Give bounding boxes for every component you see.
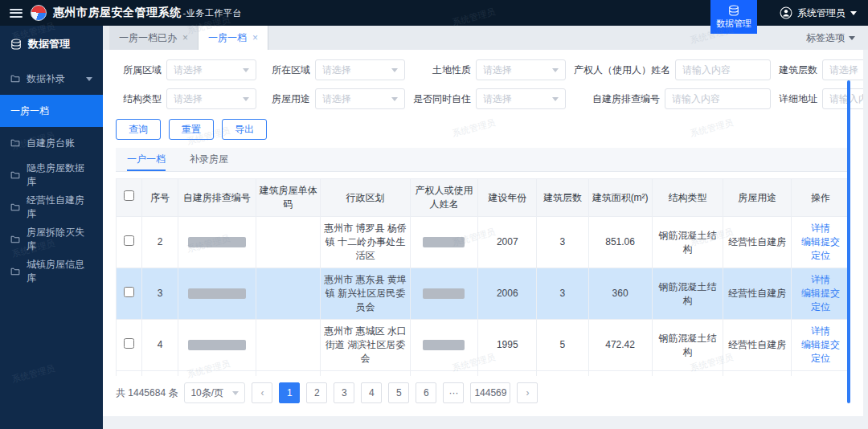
region-owner-select[interactable]: 请选择 <box>166 59 256 80</box>
sidebar-item-demolition-loss-db[interactable]: 房屋拆除灭失库 <box>0 223 103 255</box>
sidebar-item-urban-housing-info-db[interactable]: 城镇房屋信息库 <box>0 255 103 288</box>
row-checkbox[interactable] <box>124 287 134 297</box>
sidebar-item-label: 一房一档 <box>10 104 49 118</box>
redacted-value <box>423 340 465 350</box>
row-checkbox[interactable] <box>124 338 134 349</box>
folder-icon <box>10 267 20 276</box>
cell-seq: 4 <box>142 320 178 371</box>
close-icon[interactable]: × <box>252 32 258 43</box>
subtab-one-household-one-file[interactable]: 一户一档 <box>127 148 166 171</box>
chevron-down-icon <box>849 36 855 40</box>
subtab-supplemented-houses[interactable]: 补录房屋 <box>190 148 228 171</box>
page-button-5[interactable]: 5 <box>388 382 409 403</box>
detail-link[interactable]: 详情 <box>811 274 830 285</box>
sidebar-header-data-management[interactable]: 数据管理 <box>0 26 103 63</box>
topnav-data-management[interactable]: 数据管理 <box>710 0 757 34</box>
detail-address-input[interactable] <box>829 93 863 104</box>
folder-icon <box>10 74 20 84</box>
table-row-highlighted: 3 惠州市 惠东县 黄埠镇 新兴社区居民委员会 2006 3 360 钢筋混凝土… <box>117 268 850 320</box>
cell-usage: 经营性自建房 <box>723 217 792 268</box>
table-row: 4 惠州市 惠城区 水口街道 湖滨社区居委会 1995 5 472.42 钢筋混… <box>117 320 850 371</box>
detail-link[interactable]: 详情 <box>811 223 830 234</box>
prev-page-button[interactable]: ‹ <box>252 382 272 403</box>
locate-link[interactable]: 定位 <box>811 250 830 261</box>
tab-one-house-one-file[interactable]: 一房一档 × <box>199 26 268 50</box>
query-button[interactable]: 查询 <box>116 119 161 140</box>
land-nature-select[interactable]: 请选择 <box>476 59 566 80</box>
owner-name-input[interactable] <box>682 64 764 76</box>
cell-year: 1995 <box>478 320 537 371</box>
hamburger-icon[interactable] <box>10 9 23 18</box>
row-checkbox[interactable] <box>124 235 134 246</box>
sidebar-item-hazard-housing-db[interactable]: 隐患房屋数据库 <box>0 159 103 191</box>
select-all-checkbox[interactable] <box>124 190 134 201</box>
edit-submit-link[interactable]: 编辑提交 <box>801 236 840 247</box>
col-owner-name: 产权人或使用人姓名 <box>410 179 478 217</box>
user-name: 系统管理员 <box>797 6 845 20</box>
filter-label: 建筑层数 <box>779 63 817 77</box>
vertical-scrollbar[interactable] <box>847 80 850 403</box>
house-usage-select[interactable]: 请选择 <box>315 88 405 109</box>
page-button-3[interactable]: 3 <box>334 382 354 403</box>
user-icon <box>780 6 792 19</box>
select-placeholder: 请选择 <box>483 63 512 77</box>
sidebar-item-data-supplement[interactable]: 数据补录 <box>0 63 103 95</box>
filter-row-1: 所属区域 请选择 所在区域 请选择 土地性质 请选择 产权人（使用人）姓名 建筑… <box>116 59 850 80</box>
topnav-label: 数据管理 <box>716 18 751 30</box>
sidebar-item-label: 隐患房屋数据库 <box>27 161 92 189</box>
cell-operations: 详情编辑提交定位 <box>792 268 850 320</box>
subtab-label: 补录房屋 <box>190 153 228 166</box>
self-occupied-select[interactable]: 请选择 <box>476 88 566 109</box>
filter-actions: 查询 重置 导出 <box>116 119 850 140</box>
detail-link[interactable]: 详情 <box>811 325 830 337</box>
structure-type-select[interactable]: 请选择 <box>166 88 256 109</box>
select-placeholder: 请选择 <box>174 63 203 77</box>
locate-link[interactable]: 定位 <box>811 353 830 364</box>
sub-tabs: 一户一档 补录房屋 <box>116 148 850 172</box>
tab-one-house-one-file-done[interactable]: 一房一档已办 × <box>109 26 199 50</box>
page-button-6[interactable]: 6 <box>416 382 436 403</box>
page-button-4[interactable]: 4 <box>361 382 382 403</box>
reset-button[interactable]: 重置 <box>169 119 214 140</box>
chevron-down-icon <box>243 97 249 101</box>
cell-survey-code <box>178 217 256 268</box>
page-size-label: 10条/页 <box>190 386 223 400</box>
cell-floors: 5 <box>537 371 589 377</box>
folder-icon <box>10 138 20 148</box>
redacted-value <box>188 237 246 247</box>
data-table-wrap: 序号 自建房排查编号 建筑房屋单体码 行政区划 产权人或使用人姓名 建设年份 建… <box>116 178 850 376</box>
tag-options-dropdown[interactable]: 标签选项 <box>806 26 868 50</box>
region-location-select[interactable]: 请选择 <box>315 59 405 80</box>
select-placeholder: 请选择 <box>174 92 203 106</box>
close-icon[interactable]: × <box>182 32 188 43</box>
page-ellipsis[interactable]: ··· <box>443 382 464 403</box>
page-button-last[interactable]: 144569 <box>470 382 510 403</box>
page-button-2[interactable]: 2 <box>306 382 327 403</box>
cell-area: 472.42 <box>588 320 652 371</box>
locate-link[interactable]: 定位 <box>811 301 830 313</box>
edit-submit-link[interactable]: 编辑提交 <box>801 288 840 299</box>
sidebar: 数据管理 数据补录 一房一档 自建房台账 隐患房屋数据库 经营性自建房库 房屋拆… <box>0 26 103 429</box>
building-floors-select[interactable]: 请选择 <box>822 59 863 80</box>
filter-label: 房屋用途 <box>272 92 310 106</box>
col-operation: 操作 <box>792 179 850 217</box>
redacted-value <box>423 237 465 247</box>
folder-icon <box>10 235 20 244</box>
page-button-1[interactable]: 1 <box>279 382 300 403</box>
cell-year: 2007 <box>478 217 537 268</box>
sidebar-item-self-built-ledger[interactable]: 自建房台账 <box>0 127 103 159</box>
user-menu[interactable]: 系统管理员 <box>780 0 857 26</box>
filter-label: 详细地址 <box>779 92 817 106</box>
survey-code-input[interactable] <box>672 93 764 104</box>
sidebar-item-one-house-one-file[interactable]: 一房一档 <box>0 95 103 127</box>
edit-submit-link[interactable]: 编辑提交 <box>801 339 840 350</box>
tab-label: 一房一档已办 <box>119 31 177 45</box>
database-icon <box>10 39 22 50</box>
filter-label: 自建房排查编号 <box>592 92 660 106</box>
next-page-button[interactable]: › <box>517 382 538 403</box>
sidebar-item-commercial-self-built-db[interactable]: 经营性自建房库 <box>0 191 103 223</box>
export-button[interactable]: 导出 <box>222 119 267 140</box>
page-size-select[interactable]: 10条/页 <box>184 382 245 403</box>
filter-self-occupied: 是否同时自住 请选择 <box>413 88 574 109</box>
filter-label: 产权人（使用人）姓名 <box>574 63 670 77</box>
